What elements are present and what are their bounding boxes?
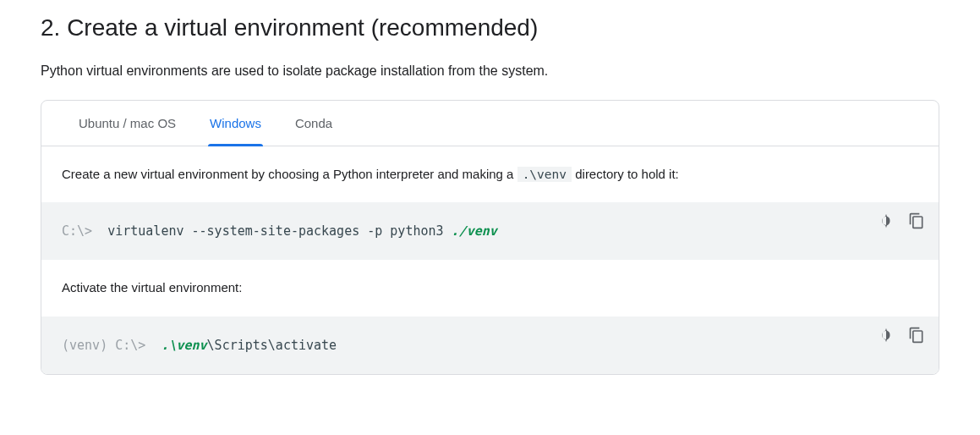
code-actions-2: [876, 325, 927, 345]
path-2-hl: .\venv: [161, 338, 206, 353]
copy-icon[interactable]: [906, 325, 927, 345]
theme-toggle-icon[interactable]: [876, 325, 896, 345]
tab-windows[interactable]: Windows: [193, 101, 278, 146]
intro-text: Python virtual environments are used to …: [41, 61, 939, 81]
code-line-2: (venv) C:\> .\venv\Scripts\activate: [62, 335, 918, 355]
theme-toggle-icon[interactable]: [876, 211, 896, 231]
prompt-1: C:\>: [62, 223, 100, 239]
prompt-2: (venv) C:\>: [62, 338, 153, 353]
cmd-1: virtualenv --system-site-packages -p pyt…: [107, 223, 451, 239]
tab-conda[interactable]: Conda: [278, 101, 349, 146]
path-1: ./venv: [452, 223, 497, 239]
code-line-1: C:\> virtualenv --system-site-packages -…: [62, 221, 918, 241]
code-block-1: C:\> virtualenv --system-site-packages -…: [41, 202, 939, 260]
code-actions-1: [876, 211, 927, 231]
step1-desc-post: directory to hold it:: [575, 167, 679, 181]
step2-description: Activate the virtual environment:: [41, 260, 939, 317]
code-block-2: (venv) C:\> .\venv\Scripts\activate: [41, 317, 939, 374]
step1-desc-pre: Create a new virtual environment by choo…: [62, 167, 517, 181]
os-tabs: Ubuntu / mac OS Windows Conda: [41, 101, 939, 146]
copy-icon[interactable]: [906, 211, 927, 231]
path-2-rest: \Scripts\activate: [207, 338, 337, 353]
instruction-panel: Ubuntu / mac OS Windows Conda Create a n…: [41, 100, 939, 375]
tab-content-windows: Create a new virtual environment by choo…: [41, 146, 939, 374]
section-heading: 2. Create a virtual environment (recomme…: [41, 10, 939, 46]
step1-inline-code: .\venv: [517, 167, 572, 182]
tab-ubuntu-macos[interactable]: Ubuntu / mac OS: [62, 101, 193, 146]
step1-description: Create a new virtual environment by choo…: [41, 146, 939, 203]
